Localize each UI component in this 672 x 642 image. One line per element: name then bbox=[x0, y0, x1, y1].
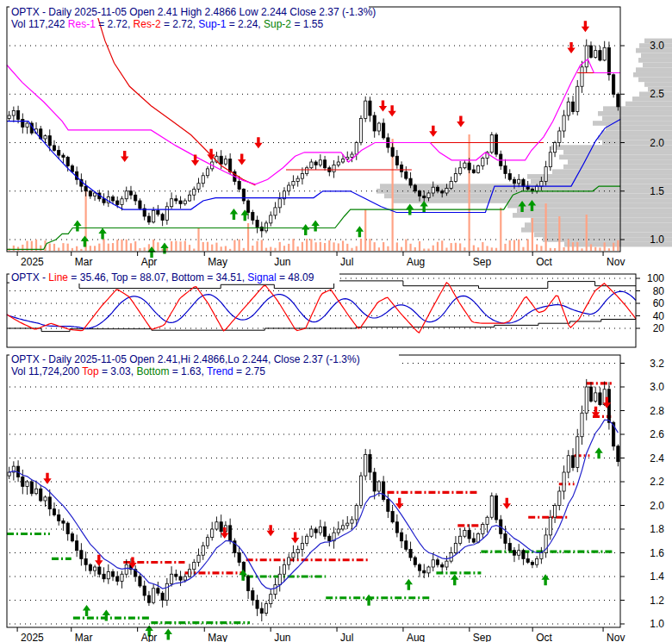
volume-bar bbox=[90, 246, 91, 251]
candle-body bbox=[558, 131, 561, 143]
candle-body bbox=[432, 560, 434, 567]
candle-body bbox=[62, 520, 65, 523]
candle-body bbox=[377, 482, 380, 491]
candle-body bbox=[116, 201, 119, 205]
y-tick-label: 2.6 bbox=[650, 428, 664, 440]
volume-bar bbox=[554, 248, 556, 251]
volume-bar bbox=[482, 242, 483, 251]
candle-body bbox=[161, 593, 164, 600]
candle-body bbox=[508, 544, 511, 551]
candle-body bbox=[111, 572, 114, 577]
candle-body bbox=[44, 497, 47, 501]
candle-body bbox=[53, 509, 55, 515]
candle-body bbox=[436, 560, 439, 565]
x-tick-label: Apr bbox=[141, 632, 158, 642]
candle-body bbox=[418, 564, 420, 570]
volume-bar bbox=[545, 203, 547, 251]
panel3-candles bbox=[8, 379, 619, 621]
volume-profile-row bbox=[521, 228, 672, 233]
volume-bar bbox=[112, 243, 114, 251]
candle-body bbox=[34, 489, 37, 494]
candle-body bbox=[116, 577, 119, 582]
volume-bar bbox=[576, 242, 578, 251]
volume-bar bbox=[495, 248, 497, 251]
volume-bar bbox=[233, 240, 235, 251]
volume-bar bbox=[157, 242, 159, 251]
sell-arrow-icon bbox=[379, 101, 387, 112]
candle-body bbox=[553, 506, 556, 518]
volume-bar bbox=[532, 218, 533, 251]
candle-body bbox=[576, 437, 579, 468]
candle-body bbox=[558, 491, 561, 506]
candle-body bbox=[364, 101, 367, 118]
volume-bar bbox=[527, 239, 529, 251]
candle-body bbox=[540, 553, 543, 559]
candle-body bbox=[567, 456, 569, 472]
volume-bar bbox=[184, 241, 186, 251]
candle-body bbox=[613, 75, 615, 95]
candle-body bbox=[264, 223, 267, 231]
panel1-legend: Vol 117,242 Res-1 = 2.72, Res-2 = 2.72, … bbox=[11, 18, 323, 30]
header-segment: Sup-1 bbox=[198, 18, 226, 30]
volume-bar bbox=[22, 245, 23, 251]
x-tick-label: Apr bbox=[141, 256, 158, 268]
candle-body bbox=[549, 517, 551, 535]
volume-bar bbox=[378, 247, 380, 251]
candle-body bbox=[278, 199, 281, 208]
candle-body bbox=[152, 589, 155, 603]
volume-bar bbox=[256, 241, 258, 251]
candle-body bbox=[490, 135, 493, 153]
volume-profile-row bbox=[563, 165, 672, 170]
panel2-title: OPTX - Line = 35.46, Top = 88.07, Bottom… bbox=[11, 271, 314, 284]
volume-bar bbox=[441, 240, 443, 251]
volume-profile-row bbox=[601, 130, 672, 135]
volume-profile-row bbox=[636, 67, 672, 72]
volume-bar bbox=[455, 243, 457, 251]
y-tick-label: 2.4 bbox=[650, 452, 664, 464]
candle-body bbox=[264, 604, 267, 614]
volume-bar bbox=[221, 246, 222, 251]
volume-bar bbox=[414, 247, 416, 251]
candle-body bbox=[170, 199, 172, 207]
candle-body bbox=[296, 178, 299, 181]
candle-body bbox=[373, 115, 376, 131]
panel2-series bbox=[7, 281, 636, 333]
candle-body bbox=[252, 213, 254, 221]
sell-arrow-icon bbox=[503, 498, 511, 509]
candle-body bbox=[454, 174, 457, 182]
candle-body bbox=[427, 567, 430, 573]
candle-body bbox=[80, 551, 83, 559]
candle-body bbox=[62, 155, 65, 157]
candle-body bbox=[571, 102, 574, 111]
volume-bar bbox=[432, 246, 434, 251]
candle-body bbox=[157, 589, 159, 594]
candle-body bbox=[139, 577, 141, 586]
buy-arrow-icon bbox=[165, 629, 172, 640]
candle-body bbox=[594, 393, 597, 402]
y-tick-label: 3.0 bbox=[650, 40, 664, 52]
buy-arrow-icon bbox=[230, 209, 238, 220]
candle-body bbox=[48, 136, 51, 146]
candle-body bbox=[495, 496, 497, 520]
x-tick-label: Nov bbox=[607, 632, 625, 642]
y-tick-label: 2.5 bbox=[650, 88, 664, 100]
sell-arrow-icon bbox=[238, 153, 246, 165]
volume-bar bbox=[594, 247, 596, 251]
volume-bar bbox=[243, 248, 245, 251]
panel3-signal-arrows bbox=[43, 397, 611, 640]
volume-bar bbox=[40, 246, 41, 251]
candle-body bbox=[337, 162, 339, 165]
candle-body bbox=[464, 530, 466, 536]
candle-body bbox=[409, 549, 412, 558]
candle-body bbox=[103, 574, 105, 579]
candle-body bbox=[464, 163, 466, 168]
volume-profile-row bbox=[517, 208, 672, 213]
stock-chart-canvas[interactable]: 3.02.52.01.51.02025MarAprMayJunJulAugSep… bbox=[0, 0, 672, 642]
sell-arrow-icon bbox=[121, 151, 128, 162]
volume-bar bbox=[67, 244, 69, 251]
volume-bar bbox=[374, 242, 376, 251]
x-tick-label: Mar bbox=[75, 632, 93, 642]
candle-body bbox=[242, 190, 245, 202]
volume-profile-row bbox=[625, 102, 672, 107]
y-tick-label: 1.0 bbox=[650, 618, 664, 630]
